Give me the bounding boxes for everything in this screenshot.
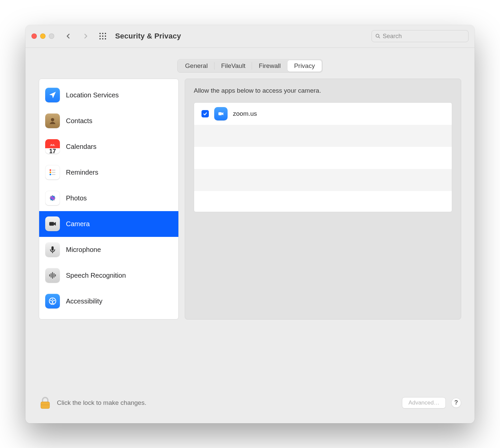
check-icon (203, 111, 207, 116)
minimize-window-button[interactable] (40, 33, 46, 39)
tab-privacy[interactable]: Privacy (287, 60, 322, 72)
tab-general[interactable]: General (178, 60, 215, 72)
content: Location ServicesContactsJUL17CalendarsR… (25, 79, 475, 320)
app-row-zoom-us[interactable]: zoom.us (194, 103, 452, 125)
svg-rect-15 (52, 172, 56, 173)
sidebar-item-label: Speech Recognition (66, 272, 126, 279)
grid-icon (99, 32, 107, 40)
svg-point-12 (50, 169, 51, 171)
tab-firewall[interactable]: Firewall (252, 60, 287, 72)
lock-button[interactable] (39, 396, 52, 410)
sidebar-item-label: Camera (66, 220, 90, 228)
svg-point-1 (102, 33, 103, 34)
forward-button[interactable] (80, 30, 92, 42)
sidebar-item-label: Location Services (66, 91, 119, 99)
accessibility-icon (45, 294, 60, 308)
sidebar-item-calendars[interactable]: JUL17Calendars (39, 134, 178, 160)
svg-point-14 (50, 172, 51, 173)
svg-point-6 (99, 38, 101, 39)
close-window-button[interactable] (31, 33, 37, 39)
zoom-app-icon (214, 107, 228, 120)
tabs: GeneralFileVaultFirewallPrivacy (25, 48, 475, 79)
svg-point-16 (50, 174, 51, 175)
sidebar-item-location[interactable]: Location Services (39, 82, 178, 108)
help-button[interactable]: ? (451, 398, 461, 408)
sidebar-item-reminders[interactable]: Reminders (39, 160, 178, 185)
sidebar-item-label: Reminders (66, 169, 98, 176)
calendar-icon: JUL17 (45, 139, 60, 154)
sidebar-item-camera[interactable]: Camera (39, 211, 178, 237)
lock-hint-text: Click the lock to make changes. (57, 399, 146, 407)
sidebar-item-label: Microphone (66, 246, 101, 254)
search-field[interactable] (371, 30, 469, 42)
detail-heading: Allow the apps below to access your came… (194, 87, 452, 94)
app-row-empty (194, 191, 452, 212)
location-arrow-icon (45, 88, 60, 102)
sidebar-item-label: Accessibility (66, 297, 102, 305)
svg-point-2 (105, 33, 106, 34)
svg-point-8 (105, 38, 106, 39)
privacy-category-list[interactable]: Location ServicesContactsJUL17CalendarsR… (39, 79, 179, 320)
waveform-icon (45, 268, 60, 283)
sidebar-item-label: Photos (66, 194, 87, 202)
sidebar-item-photos[interactable]: Photos (39, 185, 178, 211)
show-all-button[interactable] (98, 31, 108, 41)
app-name-label: zoom.us (233, 110, 257, 117)
svg-rect-13 (52, 170, 56, 170)
back-button[interactable] (62, 30, 74, 42)
sidebar-item-contacts[interactable]: Contacts (39, 108, 178, 134)
app-checkbox[interactable] (201, 110, 209, 117)
traffic-lights (31, 33, 54, 39)
contacts-icon (45, 113, 60, 128)
tab-filevault[interactable]: FileVault (215, 60, 252, 72)
svg-rect-17 (52, 174, 56, 175)
sidebar-item-label: Calendars (66, 143, 96, 151)
detail-panel: Allow the apps below to access your came… (185, 79, 461, 320)
search-icon (375, 33, 381, 39)
app-row-empty (194, 169, 452, 191)
svg-rect-36 (219, 112, 222, 115)
advanced-button[interactable]: Advanced… (402, 397, 446, 409)
lock-icon (39, 396, 51, 410)
app-permissions-table[interactable]: zoom.us (194, 102, 452, 212)
toolbar: Security & Privacy (25, 25, 475, 48)
svg-point-3 (99, 35, 101, 37)
svg-point-4 (102, 35, 103, 37)
svg-point-11 (51, 118, 54, 121)
sidebar-item-label: Contacts (66, 117, 92, 125)
zoom-window-button[interactable] (49, 33, 54, 39)
photos-icon (45, 191, 60, 205)
chevron-left-icon (65, 33, 72, 39)
camera-icon (45, 216, 60, 231)
preferences-window: Security & Privacy GeneralFileVaultFirew… (25, 25, 475, 423)
svg-point-7 (102, 38, 103, 39)
chevron-right-icon (82, 33, 89, 39)
svg-point-5 (105, 35, 106, 37)
svg-point-0 (99, 33, 101, 34)
svg-rect-27 (52, 246, 54, 251)
svg-rect-39 (41, 405, 50, 405)
svg-line-10 (379, 37, 380, 38)
sidebar-item-speech[interactable]: Speech Recognition (39, 263, 178, 288)
app-row-empty (194, 147, 452, 169)
svg-rect-26 (49, 222, 54, 226)
sidebar-item-accessibility[interactable]: Accessibility (39, 288, 178, 314)
reminders-icon (45, 165, 60, 180)
search-input[interactable] (383, 33, 465, 40)
app-row-empty (194, 125, 452, 147)
svg-point-35 (52, 299, 53, 300)
sidebar-item-microphone[interactable]: Microphone (39, 237, 178, 263)
microphone-icon (45, 242, 60, 257)
window-title: Security & Privacy (115, 32, 181, 40)
footer: Click the lock to make changes. Advanced… (25, 320, 475, 423)
